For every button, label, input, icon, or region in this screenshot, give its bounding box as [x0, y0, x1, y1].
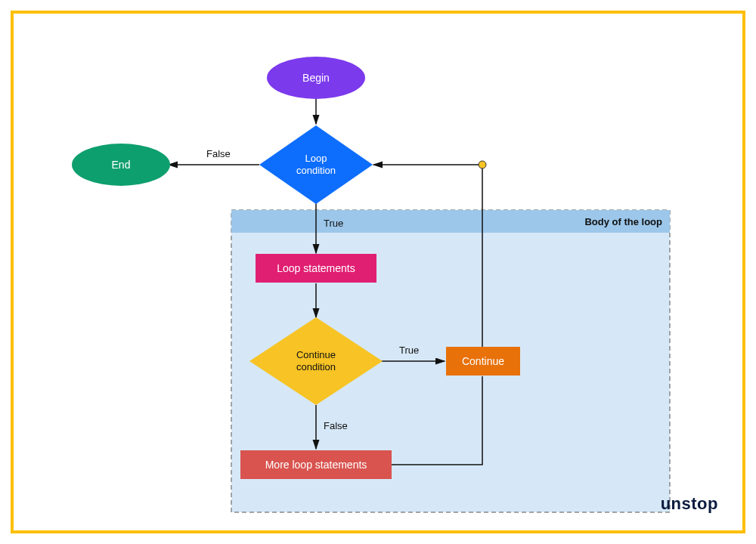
brand-text: unstop: [661, 494, 718, 513]
svg-text:Loop statements: Loop statements: [277, 262, 355, 274]
brand-logo: unstop: [661, 494, 718, 514]
diagram-frame: Body of the loop False True True False B…: [11, 11, 745, 533]
node-end: End: [72, 144, 170, 186]
svg-text:condition: condition: [296, 165, 336, 176]
node-loop-condition: Loop condition: [259, 125, 373, 204]
node-more-loop: More loop statements: [240, 450, 392, 479]
svg-text:Begin: Begin: [302, 72, 330, 84]
label-false: False: [206, 148, 231, 159]
node-continue: Continue: [446, 347, 520, 376]
svg-text:Continue: Continue: [462, 355, 504, 367]
svg-text:Continue: Continue: [296, 349, 336, 360]
svg-text:End: End: [112, 159, 131, 171]
label-false2: False: [324, 420, 348, 431]
label-true2: True: [399, 345, 419, 356]
flowchart-svg: Body of the loop False True True False B…: [14, 14, 742, 530]
junction-node: [479, 161, 486, 168]
node-begin: Begin: [267, 57, 365, 99]
node-loop-statements: Loop statements: [256, 254, 376, 283]
loop-body-label: Body of the loop: [584, 216, 662, 227]
svg-text:More loop statements: More loop statements: [265, 459, 367, 471]
label-true: True: [324, 218, 343, 229]
svg-text:Loop: Loop: [305, 153, 327, 164]
svg-text:condition: condition: [296, 361, 336, 372]
